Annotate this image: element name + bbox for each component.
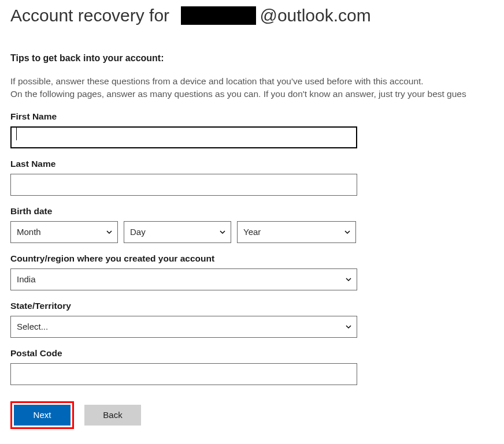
- birth-day-select[interactable]: Day: [124, 221, 231, 243]
- text-cursor: [16, 128, 17, 140]
- birth-date-label: Birth date: [10, 206, 357, 217]
- last-name-input[interactable]: [10, 174, 357, 196]
- chevron-down-icon: [219, 229, 226, 236]
- birth-day-value: Day: [130, 227, 146, 237]
- email-suffix: @outlook.com: [260, 6, 370, 25]
- birth-year-select[interactable]: Year: [237, 221, 356, 243]
- state-label: State/Territory: [10, 301, 357, 311]
- chevron-down-icon: [344, 229, 351, 236]
- tips-line-1: If possible, answer these questions from…: [10, 75, 504, 88]
- country-field: Country/region where you created your ac…: [10, 253, 357, 290]
- postal-field: Postal Code: [10, 348, 357, 385]
- last-name-field: Last Name: [10, 159, 357, 196]
- page-title: Account recovery for @outlook.com: [10, 6, 504, 25]
- tips-body: If possible, answer these questions from…: [10, 75, 504, 101]
- chevron-down-icon: [106, 229, 113, 236]
- state-value: Select...: [17, 322, 48, 331]
- postal-input[interactable]: [10, 363, 357, 385]
- first-name-label: First Name: [10, 111, 357, 122]
- state-field: State/Territory Select...: [10, 301, 357, 338]
- country-label: Country/region where you created your ac…: [10, 253, 357, 264]
- postal-label: Postal Code: [10, 348, 357, 359]
- first-name-field: First Name: [10, 111, 357, 148]
- back-button[interactable]: Back: [84, 405, 141, 426]
- title-prefix: Account recovery for: [10, 6, 169, 25]
- birth-year-value: Year: [243, 227, 261, 237]
- redacted-email-local: [181, 6, 256, 25]
- chevron-down-icon: [345, 276, 352, 283]
- birth-month-select[interactable]: Month: [10, 221, 118, 243]
- country-select[interactable]: India: [10, 268, 357, 290]
- country-value: India: [17, 274, 36, 284]
- last-name-label: Last Name: [10, 159, 357, 169]
- birth-month-value: Month: [17, 227, 41, 237]
- state-select[interactable]: Select...: [10, 316, 357, 338]
- tips-heading: Tips to get back into your account:: [10, 53, 504, 64]
- first-name-input[interactable]: [10, 126, 357, 148]
- next-highlight-box: Next: [10, 401, 74, 429]
- tips-line-2: On the following pages, answer as many q…: [10, 88, 504, 100]
- recovery-form: First Name Last Name Birth date Month Da…: [10, 111, 357, 385]
- birth-date-field: Birth date Month Day Year: [10, 206, 357, 243]
- next-button[interactable]: Next: [14, 405, 71, 426]
- form-actions: Next Back: [10, 401, 504, 429]
- chevron-down-icon: [345, 323, 352, 330]
